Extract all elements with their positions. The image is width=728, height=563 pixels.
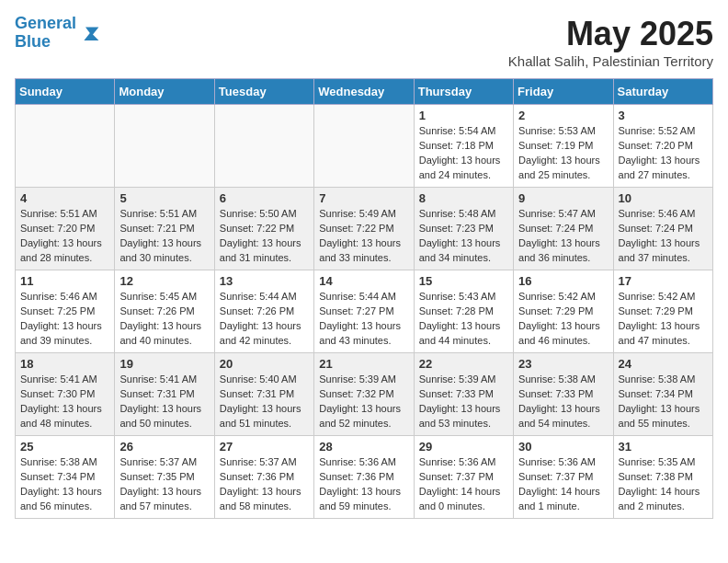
svg-marker-0 [84, 27, 98, 40]
location-title: Khallat Salih, Palestinian Territory [508, 53, 713, 69]
day-number: 16 [518, 274, 608, 288]
day-number: 25 [20, 440, 109, 454]
day-content: Sunrise: 5:35 AM Sunset: 7:38 PM Dayligh… [619, 455, 708, 514]
day-content: Sunrise: 5:41 AM Sunset: 7:30 PM Dayligh… [20, 373, 109, 431]
day-number: 18 [20, 357, 109, 371]
calendar-cell: 18Sunrise: 5:41 AM Sunset: 7:30 PM Dayli… [16, 353, 115, 436]
day-number: 12 [119, 274, 209, 288]
calendar-cell: 9Sunrise: 5:47 AM Sunset: 7:24 PM Daylig… [514, 188, 613, 270]
header-monday: Monday [115, 79, 214, 105]
day-content: Sunrise: 5:42 AM Sunset: 7:29 PM Dayligh… [619, 290, 708, 349]
day-number: 31 [619, 440, 708, 454]
calendar-cell: 8Sunrise: 5:48 AM Sunset: 7:23 PM Daylig… [414, 188, 513, 270]
day-number: 17 [619, 274, 708, 288]
day-number: 27 [220, 440, 309, 454]
calendar-cell: 31Sunrise: 5:35 AM Sunset: 7:38 PM Dayli… [613, 436, 712, 519]
calendar-cell: 4Sunrise: 5:51 AM Sunset: 7:20 PM Daylig… [16, 188, 115, 270]
week-row-2: 4Sunrise: 5:51 AM Sunset: 7:20 PM Daylig… [16, 188, 713, 270]
logo-text: GeneralBlue [15, 15, 76, 52]
day-content: Sunrise: 5:36 AM Sunset: 7:37 PM Dayligh… [518, 455, 608, 514]
calendar-cell: 17Sunrise: 5:42 AM Sunset: 7:29 PM Dayli… [613, 270, 712, 353]
day-content: Sunrise: 5:45 AM Sunset: 7:26 PM Dayligh… [119, 290, 209, 349]
day-number: 23 [518, 357, 608, 371]
day-content: Sunrise: 5:50 AM Sunset: 7:22 PM Dayligh… [220, 207, 309, 266]
day-number: 8 [419, 191, 508, 205]
day-content: Sunrise: 5:37 AM Sunset: 7:36 PM Dayligh… [220, 455, 309, 514]
calendar-cell: 26Sunrise: 5:37 AM Sunset: 7:35 PM Dayli… [115, 436, 214, 519]
calendar-cell: 28Sunrise: 5:36 AM Sunset: 7:36 PM Dayli… [314, 436, 414, 519]
day-number: 20 [220, 357, 309, 371]
calendar-cell: 12Sunrise: 5:45 AM Sunset: 7:26 PM Dayli… [115, 270, 214, 353]
day-number: 24 [619, 357, 708, 371]
title-area: May 2025 Khallat Salih, Palestinian Terr… [508, 15, 713, 69]
day-number: 30 [518, 440, 608, 454]
day-number: 4 [20, 191, 109, 205]
header-sunday: Sunday [16, 79, 115, 105]
day-content: Sunrise: 5:38 AM Sunset: 7:33 PM Dayligh… [518, 373, 608, 431]
day-content: Sunrise: 5:46 AM Sunset: 7:25 PM Dayligh… [20, 290, 109, 349]
day-number: 19 [119, 357, 209, 371]
header-wednesday: Wednesday [314, 79, 414, 105]
header-tuesday: Tuesday [214, 79, 313, 105]
day-content: Sunrise: 5:38 AM Sunset: 7:34 PM Dayligh… [619, 373, 708, 431]
calendar-cell [16, 105, 115, 188]
calendar-body: 1Sunrise: 5:54 AM Sunset: 7:18 PM Daylig… [16, 105, 713, 519]
logo-icon [78, 24, 100, 42]
header-friday: Friday [514, 79, 613, 105]
day-number: 15 [419, 274, 508, 288]
calendar-cell: 22Sunrise: 5:39 AM Sunset: 7:33 PM Dayli… [414, 353, 513, 436]
calendar-cell: 7Sunrise: 5:49 AM Sunset: 7:22 PM Daylig… [314, 188, 414, 270]
day-content: Sunrise: 5:40 AM Sunset: 7:31 PM Dayligh… [220, 373, 309, 431]
calendar-cell: 1Sunrise: 5:54 AM Sunset: 7:18 PM Daylig… [414, 105, 513, 188]
day-number: 11 [20, 274, 109, 288]
day-content: Sunrise: 5:53 AM Sunset: 7:19 PM Dayligh… [518, 124, 608, 183]
day-number: 10 [619, 191, 708, 205]
calendar-cell: 19Sunrise: 5:41 AM Sunset: 7:31 PM Dayli… [115, 353, 214, 436]
week-row-3: 11Sunrise: 5:46 AM Sunset: 7:25 PM Dayli… [16, 270, 713, 353]
calendar-cell: 24Sunrise: 5:38 AM Sunset: 7:34 PM Dayli… [613, 353, 712, 436]
calendar-cell: 6Sunrise: 5:50 AM Sunset: 7:22 PM Daylig… [214, 188, 313, 270]
week-row-4: 18Sunrise: 5:41 AM Sunset: 7:30 PM Dayli… [16, 353, 713, 436]
day-number: 21 [319, 357, 408, 371]
calendar-cell: 20Sunrise: 5:40 AM Sunset: 7:31 PM Dayli… [214, 353, 313, 436]
day-content: Sunrise: 5:43 AM Sunset: 7:28 PM Dayligh… [419, 290, 508, 349]
calendar-cell: 30Sunrise: 5:36 AM Sunset: 7:37 PM Dayli… [514, 436, 613, 519]
logo: GeneralBlue [15, 15, 100, 52]
day-content: Sunrise: 5:42 AM Sunset: 7:29 PM Dayligh… [518, 290, 608, 349]
calendar-cell: 11Sunrise: 5:46 AM Sunset: 7:25 PM Dayli… [16, 270, 115, 353]
day-number: 6 [220, 191, 309, 205]
day-content: Sunrise: 5:52 AM Sunset: 7:20 PM Dayligh… [619, 124, 708, 183]
calendar-cell [214, 105, 313, 188]
day-number: 9 [518, 191, 608, 205]
calendar-cell: 23Sunrise: 5:38 AM Sunset: 7:33 PM Dayli… [514, 353, 613, 436]
header-thursday: Thursday [414, 79, 513, 105]
day-number: 29 [419, 440, 508, 454]
calendar-cell: 2Sunrise: 5:53 AM Sunset: 7:19 PM Daylig… [514, 105, 613, 188]
calendar-cell: 25Sunrise: 5:38 AM Sunset: 7:34 PM Dayli… [16, 436, 115, 519]
day-number: 13 [220, 274, 309, 288]
day-number: 5 [119, 191, 209, 205]
day-content: Sunrise: 5:36 AM Sunset: 7:36 PM Dayligh… [319, 455, 408, 514]
day-content: Sunrise: 5:47 AM Sunset: 7:24 PM Dayligh… [518, 207, 608, 266]
page-header: GeneralBlue May 2025 Khallat Salih, Pale… [15, 15, 713, 73]
day-content: Sunrise: 5:39 AM Sunset: 7:32 PM Dayligh… [319, 373, 408, 431]
day-content: Sunrise: 5:51 AM Sunset: 7:20 PM Dayligh… [20, 207, 109, 266]
calendar-cell: 13Sunrise: 5:44 AM Sunset: 7:26 PM Dayli… [214, 270, 313, 353]
day-number: 2 [518, 109, 608, 122]
calendar-cell: 21Sunrise: 5:39 AM Sunset: 7:32 PM Dayli… [314, 353, 414, 436]
month-title: May 2025 [508, 15, 713, 53]
day-number: 26 [119, 440, 209, 454]
day-content: Sunrise: 5:54 AM Sunset: 7:18 PM Dayligh… [419, 124, 508, 183]
day-content: Sunrise: 5:49 AM Sunset: 7:22 PM Dayligh… [319, 207, 408, 266]
day-content: Sunrise: 5:41 AM Sunset: 7:31 PM Dayligh… [119, 373, 209, 431]
day-content: Sunrise: 5:36 AM Sunset: 7:37 PM Dayligh… [419, 455, 508, 514]
day-content: Sunrise: 5:38 AM Sunset: 7:34 PM Dayligh… [20, 455, 109, 514]
day-number: 14 [319, 274, 408, 288]
calendar-cell: 29Sunrise: 5:36 AM Sunset: 7:37 PM Dayli… [414, 436, 513, 519]
day-content: Sunrise: 5:37 AM Sunset: 7:35 PM Dayligh… [119, 455, 209, 514]
day-number: 28 [319, 440, 408, 454]
calendar-cell: 10Sunrise: 5:46 AM Sunset: 7:24 PM Dayli… [613, 188, 712, 270]
calendar-cell: 27Sunrise: 5:37 AM Sunset: 7:36 PM Dayli… [214, 436, 313, 519]
day-number: 7 [319, 191, 408, 205]
calendar-cell: 15Sunrise: 5:43 AM Sunset: 7:28 PM Dayli… [414, 270, 513, 353]
